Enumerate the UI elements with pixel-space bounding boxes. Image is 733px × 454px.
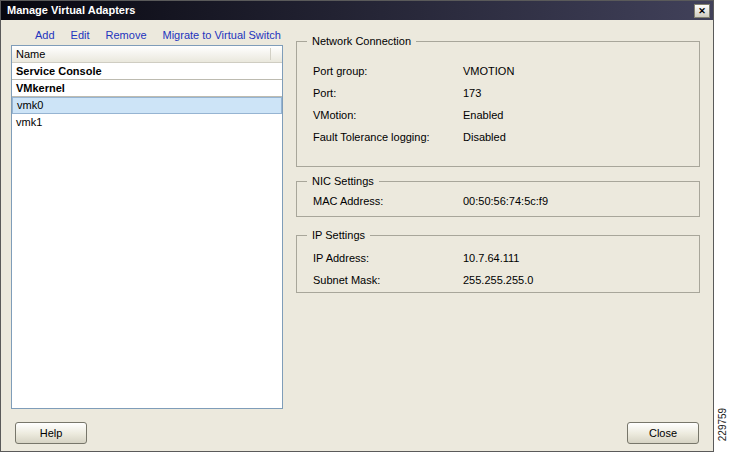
port-group-row: Port group: VMOTION <box>297 60 699 82</box>
ip-address-row: IP Address: 10.7.64.111 <box>297 247 699 269</box>
network-connection-title: Network Connection <box>307 34 416 48</box>
fault-tolerance-label: Fault Tolerance logging: <box>313 131 463 143</box>
mac-address-label: MAC Address: <box>313 195 463 207</box>
remove-link[interactable]: Remove <box>106 29 147 41</box>
port-value: 173 <box>463 87 481 99</box>
subnet-mask-label: Subnet Mask: <box>313 274 463 286</box>
vmotion-label: VMotion: <box>313 109 463 121</box>
subnet-mask-value: 255.255.255.0 <box>463 274 533 286</box>
network-connection-groupbox: Network Connection Port group: VMOTION P… <box>296 41 700 167</box>
figure-number-text: 229759 <box>718 407 729 440</box>
nic-settings-groupbox: NIC Settings MAC Address: 00:50:56:74:5c… <box>296 181 700 217</box>
add-link[interactable]: Add <box>35 29 55 41</box>
migrate-to-virtual-switch-link[interactable]: Migrate to Virtual Switch <box>163 29 281 41</box>
port-row: Port: 173 <box>297 82 699 104</box>
mac-address-row: MAC Address: 00:50:56:74:5c:f9 <box>297 190 699 212</box>
help-button[interactable]: Help <box>15 422 87 444</box>
ip-settings-title: IP Settings <box>307 228 370 242</box>
port-label: Port: <box>313 87 463 99</box>
fault-tolerance-value: Disabled <box>463 131 506 143</box>
window-title: Manage Virtual Adapters <box>7 1 694 20</box>
name-column-header[interactable]: Name <box>12 46 282 63</box>
list-item-vmk1[interactable]: vmk1 <box>12 114 282 131</box>
adapter-list: Name Service Console VMkernel vmk0 vmk1 <box>11 45 283 409</box>
fault-tolerance-row: Fault Tolerance logging: Disabled <box>297 126 699 148</box>
list-item-vmk0[interactable]: vmk0 <box>12 97 282 114</box>
title-bar: Manage Virtual Adapters ✕ <box>1 1 713 20</box>
mac-address-value: 00:50:56:74:5c:f9 <box>463 195 548 207</box>
port-group-value: VMOTION <box>463 65 514 77</box>
subnet-mask-row: Subnet Mask: 255.255.255.0 <box>297 269 699 291</box>
vmotion-value: Enabled <box>463 109 503 121</box>
ip-address-label: IP Address: <box>313 252 463 264</box>
nic-settings-title: NIC Settings <box>307 174 379 188</box>
ip-settings-groupbox: IP Settings IP Address: 10.7.64.111 Subn… <box>296 235 700 293</box>
list-item-service-console[interactable]: Service Console <box>12 63 282 80</box>
figure-number: 229759 <box>714 398 732 450</box>
ip-address-value: 10.7.64.111 <box>463 252 519 264</box>
edit-link[interactable]: Edit <box>71 29 90 41</box>
manage-virtual-adapters-dialog: Manage Virtual Adapters ✕ Add Edit Remov… <box>0 0 714 452</box>
close-icon[interactable]: ✕ <box>694 4 710 18</box>
list-item-vmkernel[interactable]: VMkernel <box>12 80 282 97</box>
port-group-label: Port group: <box>313 65 463 77</box>
close-button[interactable]: Close <box>627 422 699 444</box>
vmotion-row: VMotion: Enabled <box>297 104 699 126</box>
